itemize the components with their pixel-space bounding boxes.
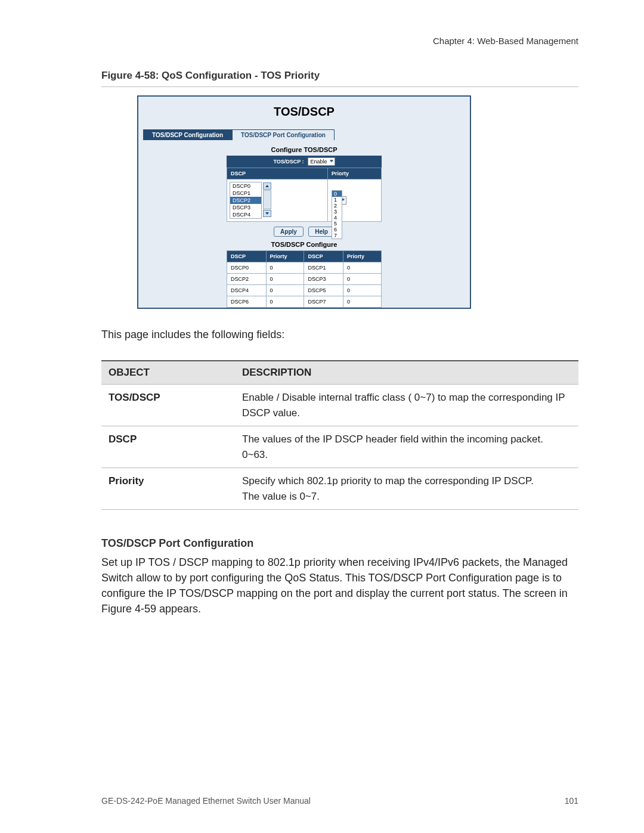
priority-option[interactable]: 7 bbox=[332, 233, 342, 239]
tab-tosdscp-config[interactable]: TOS/DSCP Configuration bbox=[143, 129, 232, 140]
panel-title: TOS/DSCP bbox=[143, 105, 465, 119]
footer-manual-title: GE-DS-242-PoE Managed Ethernet Switch Us… bbox=[101, 796, 311, 806]
priority-option[interactable]: 1 bbox=[332, 197, 342, 203]
page-footer: GE-DS-242-PoE Managed Ethernet Switch Us… bbox=[101, 796, 578, 806]
tosdscp-mode-select[interactable]: Enable bbox=[308, 157, 335, 166]
table-row: DSCP4 0 DSCP5 0 bbox=[227, 285, 382, 296]
priority-option[interactable]: 4 bbox=[332, 215, 342, 221]
priority-option[interactable]: 0 bbox=[332, 191, 342, 197]
list-item[interactable]: DSCP4 bbox=[230, 211, 261, 218]
list-item[interactable]: DSCP1 bbox=[230, 190, 261, 197]
figure-caption: Figure 4-58: QoS Configuration - TOS Pri… bbox=[101, 70, 578, 87]
col-dscp: DSCP bbox=[227, 251, 267, 262]
screenshot-panel: TOS/DSCP TOS/DSCP Configuration TOS/DSCP… bbox=[137, 95, 471, 309]
scroll-down-icon[interactable] bbox=[263, 210, 271, 217]
listbox-scroll bbox=[263, 182, 271, 219]
section-paragraph: Set up IP TOS / DSCP mapping to 802.1p p… bbox=[101, 555, 578, 617]
list-item[interactable]: DSCP0 bbox=[230, 182, 261, 190]
desc-cell: Specify which 802.1p priority to map the… bbox=[235, 468, 578, 510]
priority-option[interactable]: 2 bbox=[332, 203, 342, 209]
obj-cell: Priority bbox=[101, 468, 235, 510]
col-priority: Priorty bbox=[266, 251, 304, 262]
desc-cell: Enable / Disable internal traffic class … bbox=[235, 385, 578, 426]
intro-paragraph: This page includes the following fields: bbox=[101, 327, 578, 342]
hdr-description: DESCRIPTION bbox=[235, 361, 578, 385]
apply-button[interactable]: Apply bbox=[274, 227, 304, 237]
dscp-priority-select-table: DSCP Priorty DSCP0 DSCP1 DSCP2 DSCP3 DSC… bbox=[227, 168, 382, 222]
tab-tosdscp-port-config[interactable]: TOS/DSCP Port Configuration bbox=[232, 129, 335, 140]
list-item[interactable]: DSCP2 bbox=[230, 197, 261, 204]
configure-heading: Configure TOS/DSCP bbox=[143, 146, 465, 153]
footer-page-number: 101 bbox=[565, 796, 578, 806]
button-row: Apply Help bbox=[227, 222, 382, 240]
list-item[interactable]: DSCP3 bbox=[230, 204, 261, 211]
priority-option[interactable]: 6 bbox=[332, 227, 342, 233]
priority-popup[interactable]: 0 1 2 3 4 5 6 7 bbox=[332, 190, 342, 239]
obj-cell: DSCP bbox=[101, 426, 235, 468]
tosdscp-configure-table: DSCP Priorty DSCP Priorty DSCP0 0 DSCP1 … bbox=[227, 250, 382, 308]
obj-cell: TOS/DSCP bbox=[101, 385, 235, 426]
scroll-up-icon[interactable] bbox=[263, 182, 271, 190]
scroll-track[interactable] bbox=[263, 190, 271, 209]
dscp-listbox[interactable]: DSCP0 DSCP1 DSCP2 DSCP3 DSCP4 bbox=[230, 182, 262, 219]
col-priority: Priorty bbox=[343, 251, 381, 262]
section-heading: TOS/DSCP Port Configuration bbox=[101, 537, 578, 550]
desc-cell: The values of the IP DSCP header field w… bbox=[235, 426, 578, 468]
col-dscp: DSCP bbox=[227, 168, 328, 179]
col-priority: Priorty bbox=[328, 168, 382, 179]
chapter-label: Chapter 4: Web-Based Management bbox=[101, 36, 578, 46]
hdr-object: OBJECT bbox=[101, 361, 235, 385]
table-row: DSCP0 0 DSCP1 0 bbox=[227, 262, 382, 274]
tosdscp-mode-row: TOS/DSCP : Enable bbox=[227, 156, 382, 168]
tosdscp-label: TOS/DSCP : bbox=[273, 159, 304, 165]
priority-option[interactable]: 3 bbox=[332, 209, 342, 215]
tab-strip: TOS/DSCP Configuration TOS/DSCP Port Con… bbox=[143, 129, 465, 140]
fields-table: OBJECT DESCRIPTION TOS/DSCP Enable / Dis… bbox=[101, 360, 578, 510]
table-row: DSCP6 0 DSCP7 0 bbox=[227, 296, 382, 308]
configure-table-title: TOS/DSCP Configure bbox=[227, 241, 382, 248]
table-row: DSCP2 0 DSCP3 0 bbox=[227, 274, 382, 285]
help-button[interactable]: Help bbox=[308, 227, 335, 237]
col-dscp: DSCP bbox=[304, 251, 343, 262]
priority-option[interactable]: 5 bbox=[332, 221, 342, 227]
